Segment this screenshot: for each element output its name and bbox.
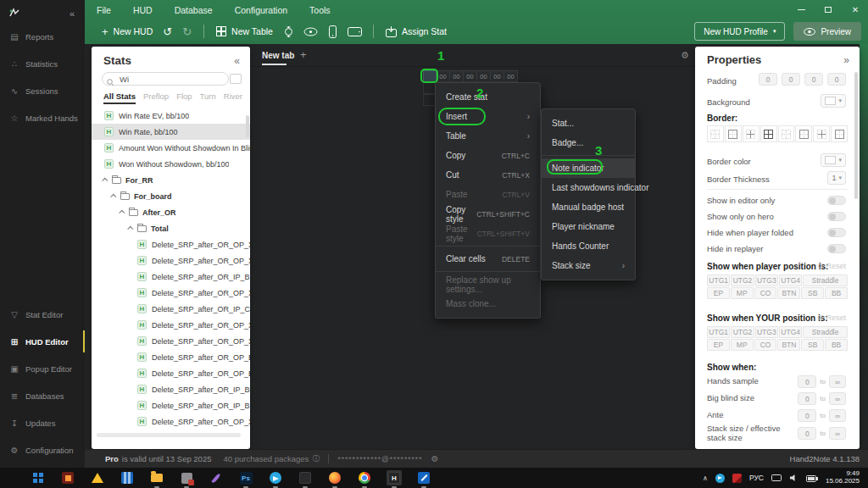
menu-item-paste[interactable]: PasteCTRL+V — [436, 185, 540, 204]
menu-file[interactable]: File — [97, 3, 111, 17]
chevron-up-icon[interactable] — [102, 178, 108, 184]
reset-button[interactable]: ↺Reset — [817, 262, 846, 270]
tray-chevron-icon[interactable]: ∧ — [703, 474, 708, 482]
position-cell-mp[interactable]: MP — [731, 339, 754, 351]
folder-row[interactable]: For_RR — [92, 172, 250, 188]
position-cell-sb[interactable]: SB — [801, 287, 824, 299]
range-from-input[interactable]: 0 — [798, 409, 816, 422]
position-cell-mp[interactable]: MP — [731, 287, 754, 299]
menu-item-copy-style[interactable]: Copy styleCTRL+SHIFT+C — [436, 204, 540, 224]
range-to-input[interactable]: ∞ — [829, 375, 846, 388]
sidebar-item-hud-editor[interactable]: ⊞HUD Editor — [0, 334, 85, 349]
file-explorer-icon[interactable] — [149, 470, 164, 485]
position-cell-co[interactable]: CO — [754, 287, 777, 299]
tablet-icon[interactable] — [344, 21, 366, 42]
menu-item-table[interactable]: Table› — [436, 126, 540, 146]
sidebar-item-sessions[interactable]: ∿Sessions — [0, 83, 85, 98]
stat-list-item[interactable]: Delete_SRP_after_OR_OP_B.B_4Str — [92, 349, 250, 365]
account-settings-gear-icon[interactable]: ⚙ — [431, 454, 438, 463]
hide-in-replayer-toggle[interactable] — [827, 244, 846, 253]
submenu-item-stat[interactable]: Stat... — [542, 114, 635, 133]
stat-list-item[interactable]: Delete_SRP_after_OR_IP_C.X.B_BI-BI — [92, 301, 250, 317]
new-table-button[interactable]: New Table — [211, 21, 278, 42]
border-style-none-button[interactable] — [707, 125, 724, 142]
border-style-left-button[interactable] — [778, 125, 795, 142]
tray-telegram-icon[interactable] — [715, 474, 725, 483]
menu-database[interactable]: Database — [175, 3, 213, 17]
menu-item-replace-show-up-settings[interactable]: Replace show up settings... — [436, 274, 540, 294]
notes-app-icon[interactable] — [416, 470, 431, 485]
position-cell-ep[interactable]: EP — [707, 339, 730, 351]
position-cell-btn[interactable]: BTN — [777, 339, 800, 351]
stat-list-item[interactable]: Delete_SRP_after_OR_OP_XC.B_4Str — [92, 236, 250, 252]
position-cell-utg2[interactable]: UTG2 — [731, 274, 754, 286]
stat-list-item[interactable]: Win Rate EV, bb/100 — [92, 108, 250, 124]
submenu-item-badge[interactable]: Badge... — [542, 133, 635, 152]
game-icon[interactable] — [60, 470, 75, 485]
submenu-item-manual-badge-host[interactable]: Manual badge host — [542, 197, 635, 217]
position-cell-utg3[interactable]: UTG3 — [755, 274, 778, 286]
stat-list-item[interactable]: Delete_SRP_after_OR_OP_XC.X.XF_BI-Dr — [92, 333, 250, 349]
sidebar-item-updates[interactable]: ↧Updates — [0, 415, 85, 430]
new-hud-button[interactable]: + New HUD — [97, 21, 158, 42]
display-icon[interactable] — [771, 470, 782, 485]
stat-list-item[interactable]: Won Without Showdown, bb/100 — [92, 156, 250, 172]
position-cell-bb[interactable]: BB — [825, 339, 848, 351]
padding-input[interactable]: 0 — [827, 73, 846, 86]
padding-input[interactable]: 0 — [759, 73, 777, 86]
border-style-all-button[interactable] — [760, 125, 777, 142]
close-icon[interactable]: ✕ — [849, 4, 861, 14]
menu-item-clear-cells[interactable]: Clear cellsDELETE — [436, 249, 540, 269]
chrome-icon[interactable] — [357, 470, 372, 485]
padding-input[interactable]: 0 — [804, 73, 823, 86]
position-cell-co[interactable]: CO — [754, 339, 777, 351]
feather-icon[interactable] — [209, 470, 224, 485]
poker-client-icon[interactable] — [298, 470, 313, 485]
hud-cell[interactable]: 00 — [477, 70, 491, 82]
sidebar-item-configuration[interactable]: ⚙Configuration — [0, 442, 85, 458]
border-color-select[interactable]: ▾ — [821, 153, 846, 167]
hud-cell[interactable]: 00 — [437, 70, 450, 82]
sidebar-item-stat-editor[interactable]: ▽Stat Editor — [0, 307, 85, 322]
sidebar-item-popup-editor[interactable]: ▣Popup Editor — [0, 361, 85, 376]
preview-button[interactable]: Preview — [793, 22, 861, 41]
range-from-input[interactable]: 0 — [798, 375, 816, 388]
position-cell-utg4[interactable]: UTG4 — [779, 326, 802, 338]
stat-list-item[interactable]: Delete_SRP_after_OR_OP_XC.XC_Blank — [92, 285, 250, 301]
chevron-up-icon[interactable] — [127, 226, 133, 232]
show-only-on-hero-toggle[interactable] — [827, 212, 846, 221]
vertical-scrollbar[interactable] — [854, 72, 858, 199]
stat-list-item[interactable]: Delete_SRP_after_OR_OP_X.X.XF_Dr-BI — [92, 317, 250, 333]
menu-item-cut[interactable]: CutCTRL+X — [436, 165, 540, 185]
stat-list-item[interactable]: Delete_SRP_after_OR_IP_B.BC.F_Dr-BI — [92, 397, 250, 413]
position-cell-utg1[interactable]: UTG1 — [707, 274, 730, 286]
folder-row[interactable]: Total — [92, 220, 250, 236]
range-to-input[interactable]: ∞ — [829, 427, 846, 440]
range-to-input[interactable]: ∞ — [829, 409, 846, 422]
search-filter-icon[interactable] — [230, 74, 242, 84]
minimize-icon[interactable] — [795, 4, 807, 14]
position-cell-utg2[interactable]: UTG2 — [731, 326, 754, 338]
show-in-editor-only-toggle[interactable] — [827, 196, 846, 205]
submenu-item-last-showdowns-indicator[interactable]: Last showdowns indicator — [542, 178, 635, 197]
telegram-icon[interactable] — [268, 470, 283, 485]
menu-item-create-stat[interactable]: Create stat — [436, 87, 540, 107]
reset-button[interactable]: ↺Reset — [817, 313, 846, 322]
hud-cell[interactable]: 00 — [450, 70, 464, 82]
volume-icon[interactable] — [789, 470, 798, 485]
sidebar-item-statistics[interactable]: ∴Statistics — [0, 56, 85, 71]
stat-list-item[interactable]: Delete_SRP_after_OR_OP_BC.XF_3Flash — [92, 365, 250, 381]
border-style-outer-button[interactable] — [725, 125, 742, 142]
redo-icon[interactable]: ↻ — [182, 25, 192, 38]
submenu-item-hands-counter[interactable]: Hands Counter — [542, 236, 635, 256]
drive-icon[interactable] — [90, 470, 105, 485]
tab-flop[interactable]: Flop — [176, 92, 192, 101]
position-cell-btn[interactable]: BTN — [777, 287, 800, 299]
stat-list-item[interactable]: Amount Won Without Showdown In Blinds — [92, 140, 250, 156]
vertical-scrollbar[interactable] — [246, 115, 249, 137]
canvas-settings-gear-icon[interactable]: ⚙ — [681, 50, 689, 61]
stat-list-item-selected[interactable]: Win Rate, bb/100 — [92, 124, 250, 140]
position-cell-straddle[interactable]: Straddle — [803, 274, 848, 286]
hud-cell[interactable]: 00 — [464, 70, 477, 82]
sidebar-item-marked-hands[interactable]: ☆Marked Hands — [0, 110, 85, 125]
